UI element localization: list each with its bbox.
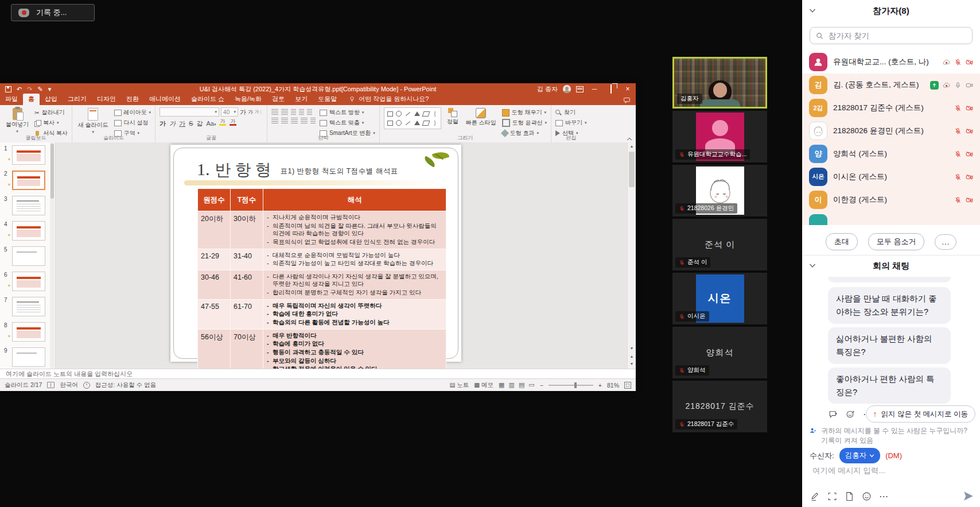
columns-icon[interactable] [310,118,316,123]
justify-icon[interactable] [301,118,308,123]
notes-toggle[interactable]: ▤ 노트 [449,381,469,389]
tab-record[interactable]: 녹음/녹화 [230,94,267,105]
account-name[interactable]: 김 종자 [537,85,558,94]
participant-search-input[interactable] [827,31,966,41]
notes-pane[interactable]: 여기에 슬라이드 노트의 내용을 입력하십시오 [0,369,636,378]
bold-icon[interactable]: 가 [160,119,166,128]
chat-input[interactable] [811,465,971,475]
video-tile-kim-hongja[interactable]: 김홍자 [672,57,767,109]
zoom-slider[interactable] [549,385,593,386]
emoji-icon[interactable] [862,491,872,501]
tab-animations[interactable]: 애니메이션 [144,94,186,105]
screenshot-icon[interactable] [827,491,837,501]
tab-home[interactable]: 홈 [23,94,40,105]
format-icon[interactable] [810,491,820,501]
redo-icon[interactable]: ↷ [27,86,32,92]
scroll-down-icon[interactable]: ▼ [628,345,636,352]
new-slide-button[interactable]: 새 슬라이드 ▾ [76,107,110,135]
jump-to-unread-button[interactable]: ↑ 읽지 않은 첫 메시지로 이동 [866,405,975,423]
save-icon[interactable] [5,86,11,92]
italic-icon[interactable]: 가 [169,119,176,128]
cut-button[interactable]: ✂잘라내기 [34,109,68,117]
more-options-button[interactable]: ... [935,234,956,250]
participant-row[interactable]: 21828026 윤경민(게스트) [802,119,980,142]
copy-button[interactable]: 복사▾ [34,119,68,127]
slide-thumbnail-1[interactable]: 1✶ [0,144,55,169]
reading-view-icon[interactable]: ▤ [519,381,524,389]
tab-file[interactable]: 파일 [0,94,23,105]
thumbnail-scrollbar[interactable] [50,142,55,369]
video-tile-lee-sion[interactable]: 시온 이시온 [672,273,767,324]
tell-me-search[interactable]: 어떤 작업을 원하시나요? [349,95,429,105]
arrange-button[interactable]: 정렬 [445,107,460,126]
minimize-button[interactable]: ─ [589,83,600,95]
comments-icon[interactable] [623,96,631,105]
highlight-color-icon[interactable] [219,119,226,126]
participant-row[interactable]: 시온 이시온(게스트) [802,165,980,188]
video-tile-university[interactable]: 유원대학교교수학습... [672,111,767,162]
participant-row[interactable]: 2김 21828017 김준수(게스트) [802,96,980,119]
shadow-icon[interactable]: 갋 [196,119,203,128]
next-slide-icon[interactable]: ▼ [628,361,636,367]
slide-thumbnail-5[interactable]: 5 [0,245,55,270]
participant-row-cohost[interactable]: 김 김.(공동 호스트, 게스트) [802,73,980,96]
tab-review[interactable]: 검토 [267,94,290,105]
collapse-ribbon-icon[interactable] [627,137,632,141]
invite-button[interactable]: 초대 [826,233,858,250]
slide-thumbnail-6[interactable]: 6✶ [0,270,55,295]
participant-row-host[interactable]: 유원대학교교...(호스트, 나) [802,51,980,73]
language-indicator[interactable]: 한국어 [60,381,78,389]
slide-thumbnail-4[interactable]: 4✶ [0,219,55,245]
font-name-select[interactable]: ▾ [160,107,219,117]
layout-button[interactable]: 레이아웃▾ [114,109,151,117]
add-reaction-icon[interactable] [846,409,855,419]
tab-transitions[interactable]: 전환 [121,94,144,105]
shrink-font-icon[interactable]: 가 [248,109,253,116]
clear-format-icon[interactable]: 가⋮ [255,109,263,115]
replace-button[interactable]: 바꾸기▾ [555,119,587,127]
slideshow-icon[interactable]: ▭ [528,381,534,389]
video-tile-yang-heeseok[interactable]: 양희석 양희석 [672,327,767,378]
tab-slideshow[interactable]: 슬라이드 쇼 [186,94,230,105]
restore-button[interactable] [605,83,617,95]
ribbon-display-options-icon[interactable] [576,86,584,92]
tab-design[interactable]: 디자인 [92,94,121,105]
paste-button[interactable]: 붙여넣기 ▾ [4,107,30,134]
slide-sorter-icon[interactable]: ▥ [508,381,514,389]
tab-view[interactable]: 보기 [290,94,313,105]
quick-styles-button[interactable]: 빠른 스타일 [464,107,498,127]
send-button[interactable] [963,490,974,502]
strikethrough-icon[interactable]: S [189,120,193,127]
increase-indent-icon[interactable] [299,109,304,115]
shape-outline-button[interactable]: 도형 윤곽선▾ [502,119,547,127]
find-button[interactable]: 찾기 [555,109,587,117]
zoom-in-icon[interactable]: + [598,382,602,389]
fit-to-window-icon[interactable] [624,382,631,389]
scroll-up-icon[interactable]: ▲ [628,143,636,150]
shape-fill-button[interactable]: 도형 채우기▾ [502,109,547,117]
align-right-icon[interactable] [291,118,298,123]
close-button[interactable]: × [622,83,633,95]
slide-thumbnail-7[interactable]: 7 [0,295,55,320]
zoom-level[interactable]: 81% [607,382,619,389]
normal-view-icon[interactable]: ▦ [499,381,504,389]
account-avatar[interactable] [563,85,571,93]
tab-draw[interactable]: 그리기 [63,94,92,105]
underline-icon[interactable]: 가 [179,119,185,128]
font-size-select[interactable]: 40▾ [221,107,238,117]
accessibility-status[interactable]: 접근성: 사용할 수 없음 [95,381,156,389]
line-spacing-icon[interactable] [307,109,312,115]
pen-icon[interactable]: ✎ [37,86,42,92]
align-text-button[interactable]: 텍스트 맞춤▾ [320,119,375,127]
text-direction-button[interactable]: 텍스트 방향▾ [320,109,375,117]
chat-message-list[interactable]: 사람을 만날 때 대화하기 좋아하는 장소와 분위기는? 싫어하거나 불편한 사… [802,277,980,404]
comments-toggle[interactable]: ▩ 메모 [474,381,493,389]
participant-row[interactable]: 양 양희석(게스트) [802,142,980,165]
slide[interactable]: 1. 반항형 표1) 반항형 척도의 T점수별 해석표 원점수 T점수 해석 2… [170,145,461,362]
participant-row[interactable]: 이 이한경(게스트) [802,188,980,211]
spellcheck-icon[interactable] [47,382,55,388]
video-tile-yoon-kyungmin[interactable]: 21828026 윤경민 [672,165,767,216]
participant-search[interactable] [810,27,973,44]
slide-thumbnail-2[interactable]: 2✶ [0,169,55,194]
slide-thumbnail-8[interactable]: 8✶ [0,320,55,346]
